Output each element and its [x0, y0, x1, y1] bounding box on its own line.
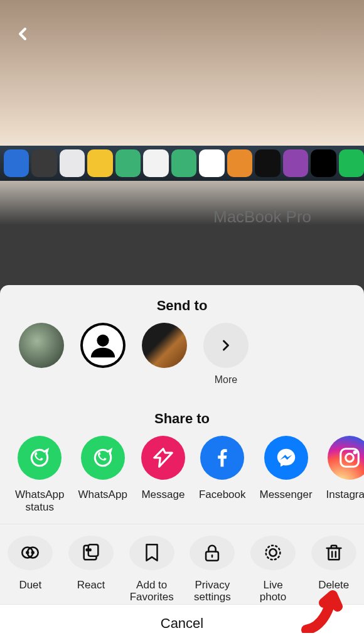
share-label: Facebook [199, 489, 246, 514]
action-bookmark[interactable]: Add to Favorites [127, 536, 176, 604]
contact-item[interactable] [19, 323, 64, 397]
share-target-facebook[interactable]: Facebook [199, 436, 246, 514]
svg-point-15 [266, 546, 281, 560]
more-contacts[interactable]: More [203, 323, 249, 397]
svg-point-11 [89, 549, 90, 551]
facebook-icon [200, 436, 244, 480]
dock-app-icon [60, 149, 85, 177]
instagram-icon [328, 436, 364, 480]
action-duet[interactable]: Duet [6, 536, 55, 604]
action-label: Delete [318, 579, 349, 604]
action-label: Add to Favorites [127, 579, 176, 604]
action-lock[interactable]: Privacy settings [188, 536, 237, 604]
more-icon-circle [203, 323, 249, 368]
action-livephoto[interactable]: Live photo [249, 536, 297, 604]
actions-row: DuetReactAdd to FavoritesPrivacy setting… [0, 524, 364, 604]
dock-app-icon [31, 149, 56, 177]
send-icon [141, 436, 185, 480]
share-to-title: Share to [0, 411, 364, 427]
send-to-row: More [0, 323, 364, 397]
svg-point-3 [354, 451, 356, 453]
share-to-row: WhatsApp statusWhatsAppMessageFacebookMe… [0, 436, 364, 514]
svg-point-14 [269, 549, 276, 556]
whatsapp-icon [81, 436, 125, 480]
send-to-title: Send to [0, 298, 364, 314]
share-label: Message [141, 489, 185, 514]
trash-icon [311, 536, 356, 570]
share-target-messenger[interactable]: Messenger [260, 436, 313, 514]
svg-rect-16 [328, 548, 339, 559]
svg-point-2 [346, 454, 354, 462]
action-label: Live photo [249, 579, 297, 604]
svg-point-7 [32, 552, 34, 554]
dock-app-icon [171, 149, 196, 177]
more-label: More [215, 374, 237, 397]
svg-point-6 [27, 552, 29, 554]
dock-app-icon [311, 149, 336, 177]
person-icon [88, 331, 117, 360]
cancel-button[interactable]: Cancel [0, 604, 364, 643]
svg-point-10 [86, 549, 87, 551]
contact-item[interactable] [80, 323, 126, 397]
dock-app-icon [115, 149, 141, 177]
dock-app-icon [255, 149, 280, 177]
action-label: Duet [19, 579, 41, 604]
macos-dock [0, 146, 364, 181]
dock-app-icon [199, 149, 224, 177]
dock-app-icon [143, 149, 168, 177]
dock-app-icon [4, 149, 29, 177]
svg-point-0 [97, 335, 109, 347]
dock-app-icon [87, 149, 112, 177]
cancel-label: Cancel [161, 615, 203, 632]
duet-icon [8, 536, 53, 570]
whatsapp-icon [18, 436, 62, 480]
device-label: MacBook Pro [213, 207, 311, 227]
react-icon [68, 536, 114, 570]
share-label: WhatsApp status [15, 489, 64, 514]
share-label: WhatsApp [78, 489, 127, 514]
share-sheet: Send to [0, 285, 364, 643]
avatar [80, 323, 126, 368]
action-trash[interactable]: Delete [309, 536, 358, 604]
chevron-left-icon [13, 24, 33, 44]
back-button[interactable] [13, 24, 33, 46]
lock-icon [190, 536, 235, 570]
action-label: React [77, 579, 105, 604]
share-target-send[interactable]: Message [141, 436, 185, 514]
share-target-whatsapp[interactable]: WhatsApp [78, 436, 127, 514]
messenger-icon [264, 436, 308, 480]
action-react[interactable]: React [67, 536, 115, 604]
dock-app-icon [227, 149, 252, 177]
livephoto-icon [250, 536, 296, 570]
avatar [142, 323, 187, 368]
avatar [19, 323, 64, 368]
dock-app-icon [283, 149, 308, 177]
action-label: Privacy settings [188, 579, 237, 604]
share-label: Messenger [260, 489, 313, 514]
contact-item[interactable] [142, 323, 187, 397]
chevron-right-icon [217, 337, 235, 354]
share-target-instagram[interactable]: Instagram [326, 436, 364, 514]
dock-app-icon [339, 149, 364, 177]
bookmark-icon [129, 536, 174, 570]
share-label: Instagram [326, 489, 364, 514]
share-target-whatsapp[interactable]: WhatsApp status [15, 436, 64, 514]
